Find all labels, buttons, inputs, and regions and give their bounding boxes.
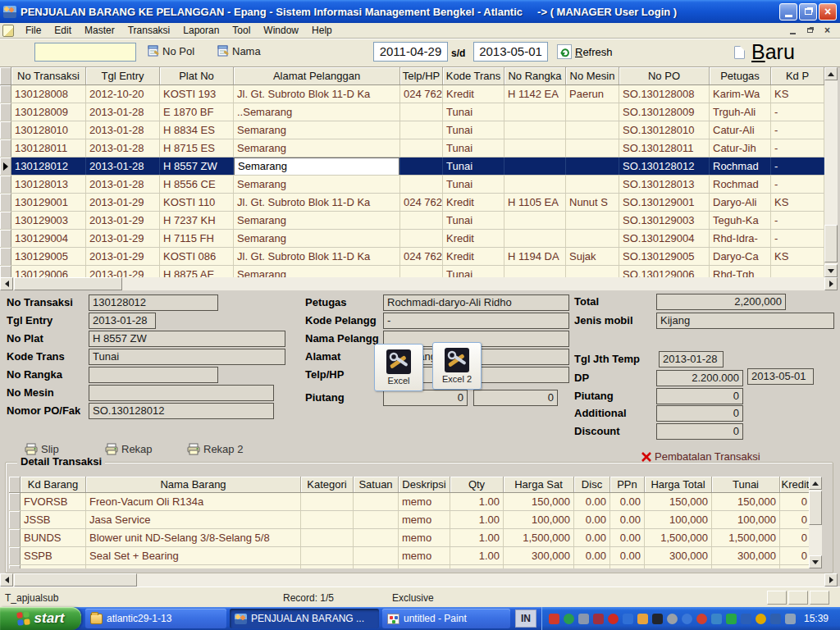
grid-row[interactable]: BUNDSBlower unit ND-Selang 3/8-Selang 5/… [9,529,809,547]
row-selector[interactable] [0,85,11,103]
grid-cell[interactable]: 2013-01-28 [86,176,160,193]
row-selector[interactable] [0,158,11,175]
scroll-thumb[interactable] [809,491,822,525]
grid-cell[interactable]: 130129004 [11,230,86,247]
new-record-button[interactable]: Baru [734,40,795,64]
grid-cell[interactable]: Tunai [443,103,504,121]
grid-cell[interactable]: Blower unit ND-Selang 3/8-Selang 5/8 [86,529,301,546]
grid-cell[interactable] [504,266,566,277]
grid-cell[interactable]: 130129006 [11,266,86,277]
grid-cell[interactable]: SSPB [21,547,86,564]
column-header-harga-total[interactable]: Harga Total [645,477,712,492]
grid-cell[interactable] [504,230,566,247]
row-selector[interactable] [0,139,11,157]
row-selector[interactable] [9,565,21,568]
grid-cell[interactable] [400,212,443,229]
close-button[interactable]: × [819,3,837,21]
grid-row[interactable]: SSPBSeal Set + Bearingmemo1.00300,0000.0… [9,547,809,565]
kode-pelanggan-field[interactable]: - [383,313,569,329]
grid-row[interactable]: 1301280122013-01-28H 8557 ZWSemarangTuna… [0,158,824,176]
grid-cell[interactable]: Kredit [443,230,504,247]
piutang-field[interactable]: 0 [656,388,743,404]
grid-cell[interactable]: 130128010 [11,121,86,139]
grid-cell[interactable] [86,565,301,568]
grid-cell[interactable]: 1,500,000 [504,529,574,546]
grid-cell[interactable]: SO.130129005 [619,248,710,265]
clock[interactable]: 15:39 [804,613,829,624]
grid-cell[interactable]: Rochmad [710,176,771,193]
language-indicator[interactable]: IN [515,609,536,628]
grid-cell[interactable] [504,176,566,193]
grid-cell[interactable]: SO.130129006 [619,266,710,277]
grid-cell[interactable] [566,139,619,157]
grid-cell[interactable]: 130128013 [11,176,86,193]
grid-cell[interactable]: 1.00 [450,493,504,510]
security-shield-icon[interactable] [741,614,751,624]
grid-cell[interactable]: Nunut S [566,194,619,211]
grid-cell[interactable]: 0.00 [610,529,645,546]
grid-cell[interactable]: 100,000 [645,511,712,528]
column-header-kategori[interactable]: Kategori [301,477,354,492]
scroll-right-button[interactable] [824,277,838,290]
grid-cell[interactable]: ..Semarang [234,103,400,121]
grid-cell[interactable]: SO.130129003 [619,212,710,229]
scroll-up-button[interactable] [824,67,838,80]
grid-cell[interactable]: Sujak [566,248,619,265]
grid-cell[interactable]: 1.00 [450,547,504,564]
grid-cell[interactable] [301,493,354,510]
grid-cell[interactable] [566,266,619,277]
grid-cell[interactable] [566,230,619,247]
row-selector[interactable] [0,103,11,121]
grid-cell[interactable]: Jl. Gt. Subroto Blok 11-D Ka [234,248,400,265]
network-icon[interactable] [770,614,781,624]
column-header-deskripsi[interactable]: Deskripsi [399,477,450,492]
grid-cell[interactable] [566,103,619,121]
scroll-right-button[interactable] [824,573,838,587]
grid-cell[interactable] [354,529,399,546]
grid-cell[interactable]: Semarang [234,139,400,157]
grid-cell[interactable]: 0.00 [610,511,645,528]
task-untitled-paint[interactable]: untitled - Paint [382,609,510,628]
inline-edit-cell[interactable]: Semarang [234,158,399,175]
row-selector[interactable] [9,493,21,510]
row-selector[interactable] [9,529,21,546]
grid-cell[interactable]: Trguh-Ali [710,103,771,121]
grid-cell[interactable]: Paerun [566,85,619,103]
tgl-jth-tempo2-field[interactable]: 2013-05-01 [747,368,814,385]
column-header-kd-p[interactable]: Kd P [771,67,824,84]
grid-hscrollbar[interactable] [0,277,838,290]
grid-cell[interactable]: 2013-01-29 [86,266,160,277]
grid-cell[interactable] [400,139,443,157]
grid-cell[interactable]: KOSTI 110 [160,194,234,211]
grid-cell[interactable]: 300,000 [712,547,780,564]
search-input[interactable] [34,43,136,62]
grid-cell[interactable]: SO.130128013 [619,176,710,193]
grid-cell[interactable]: memo [399,529,450,546]
grid-row[interactable]: 1301280112013-01-28H 8715 ESSemarangTuna… [0,139,824,158]
piutang-field-1[interactable]: 0 [383,390,468,406]
grid-row[interactable]: 1301290042013-01-29H 7115 FHSemarangKred… [0,230,824,248]
no-plat-field[interactable]: H 8557 ZW [89,331,285,347]
grid-cell[interactable]: 024 762 [400,194,443,211]
column-header-kode-trans[interactable]: Kode Trans [443,67,504,84]
grid-cell[interactable]: 024 762 [400,248,443,265]
grid-cell[interactable]: Tunai [443,139,504,157]
menu-window[interactable]: Window [257,24,305,37]
grid-cell[interactable]: 130129003 [11,212,86,229]
grid-cell[interactable]: KS [771,85,824,103]
scroll-down-button[interactable] [809,555,822,568]
search-nama-button[interactable]: Nama [217,45,261,57]
row-selector[interactable] [9,547,21,564]
grid-cell[interactable]: Freon-Vacum Oli R134a [86,493,301,510]
nomor-po-field[interactable]: SO.130128012 [89,403,274,419]
grid-cell[interactable]: Tunai [443,266,504,277]
document-icon[interactable] [2,25,14,37]
grid-cell[interactable]: 2013-01-28 [86,103,160,121]
antivirus-shield-icon[interactable] [608,614,619,624]
menu-help[interactable]: Help [305,24,339,37]
grid-cell[interactable]: 1.00 [450,511,504,528]
grid-cell[interactable]: 0.00 [574,511,610,528]
grid-cell[interactable]: Rhd-Tgh [710,266,771,277]
grid-cell[interactable] [21,565,86,568]
grid-cell[interactable]: - [771,176,824,193]
